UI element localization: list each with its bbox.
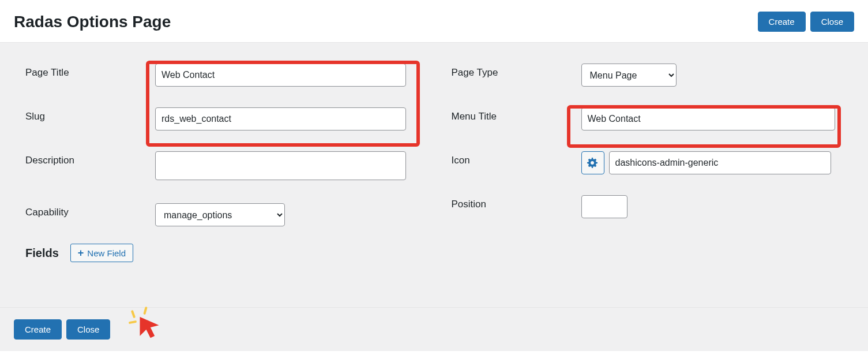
footer: Create Close	[0, 307, 868, 351]
new-field-button[interactable]: + New Field	[70, 244, 133, 262]
page-type-select[interactable]: Menu Page	[581, 64, 677, 87]
new-field-button-label: New Field	[87, 248, 126, 258]
fields-section-label: Fields	[25, 247, 59, 260]
menu-title-input[interactable]	[581, 107, 835, 130]
slug-label: Slug	[25, 107, 155, 122]
page-title: Radas Options Page	[14, 13, 171, 31]
position-input[interactable]	[581, 195, 627, 218]
capability-select[interactable]: manage_options	[155, 203, 285, 226]
create-button[interactable]: Create	[758, 12, 806, 32]
form-body: Page Title Slug Description	[0, 43, 868, 307]
header: Radas Options Page Create Close	[0, 0, 868, 43]
page-title-label: Page Title	[25, 64, 155, 79]
close-button[interactable]: Close	[810, 12, 854, 32]
plus-icon: +	[78, 248, 84, 258]
position-label: Position	[452, 195, 581, 210]
description-label: Description	[25, 151, 155, 166]
icon-input[interactable]	[609, 151, 831, 174]
description-input[interactable]	[155, 151, 406, 180]
icon-picker-button[interactable]	[581, 151, 604, 174]
slug-input[interactable]	[155, 107, 406, 130]
page-title-input[interactable]	[155, 64, 406, 87]
close-button-footer[interactable]: Close	[66, 319, 110, 340]
capability-label: Capability	[25, 203, 155, 218]
page-type-label: Page Type	[452, 64, 581, 79]
header-buttons: Create Close	[758, 12, 854, 32]
menu-title-label: Menu Title	[452, 107, 581, 122]
create-button-footer[interactable]: Create	[14, 319, 62, 340]
gear-icon	[587, 157, 599, 169]
icon-label: Icon	[452, 151, 581, 166]
